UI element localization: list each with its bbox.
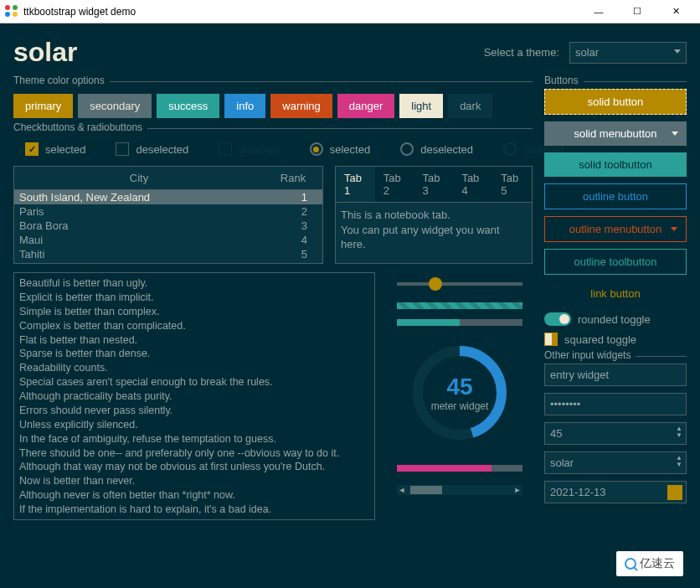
- dark-button[interactable]: dark: [448, 94, 492, 118]
- watermark: 亿速云: [616, 551, 683, 576]
- tree-row[interactable]: Maui4: [14, 233, 322, 247]
- arrow-down-icon[interactable]: ▼: [676, 432, 682, 439]
- radio-selected-label: selected: [330, 143, 370, 156]
- theme-combobox-value: solar: [575, 46, 599, 59]
- tab-1[interactable]: Tab 1: [336, 167, 375, 202]
- link-button[interactable]: link button: [544, 281, 687, 306]
- maximize-button[interactable]: ☐: [618, 0, 656, 23]
- solid-menubutton[interactable]: solid menubutton: [544, 121, 687, 146]
- meter-value: 45: [446, 374, 472, 400]
- rounded-toggle-label: rounded toggle: [578, 313, 651, 326]
- combobox-input[interactable]: solar▲▼: [544, 451, 687, 474]
- info-button[interactable]: info: [224, 94, 265, 118]
- progressbar: [397, 319, 522, 326]
- outline-menubutton[interactable]: outline menubutton: [544, 216, 687, 242]
- squared-toggle-label: squared toggle: [564, 333, 636, 346]
- color-options-label: Theme color options: [13, 75, 110, 86]
- app-icon: [5, 5, 18, 18]
- tree-row[interactable]: South Island, New Zealand1: [14, 190, 322, 204]
- titlebar: ttkbootstrap widget demo — ☐ ✕: [0, 0, 700, 23]
- slider-thumb-icon[interactable]: [429, 277, 442, 291]
- radio-disabled: [503, 142, 517, 156]
- light-button[interactable]: light: [399, 94, 443, 118]
- arrow-right-icon[interactable]: ►: [512, 485, 522, 495]
- date-entry[interactable]: 2021-12-13: [544, 481, 687, 503]
- logo-icon: [625, 558, 636, 570]
- meter-label: meter widget: [431, 400, 489, 412]
- tree-row[interactable]: Tahiti5: [14, 247, 322, 261]
- calendar-icon[interactable]: [667, 485, 682, 500]
- progressbar-striped: [397, 302, 522, 309]
- outline-toolbutton[interactable]: outline toolbutton: [544, 249, 687, 275]
- rounded-toggle[interactable]: [544, 312, 571, 326]
- danger-button[interactable]: danger: [337, 94, 394, 118]
- success-button[interactable]: success: [157, 94, 219, 118]
- window-title: ttkbootstrap widget demo: [23, 6, 136, 18]
- buttons-group-label: Buttons: [544, 75, 584, 86]
- radio-deselected-label: deselected: [420, 143, 473, 156]
- arrow-down-icon[interactable]: ▼: [676, 462, 682, 468]
- progressbar-danger: [397, 465, 522, 472]
- scrollbar-thumb[interactable]: [410, 486, 442, 494]
- outline-button[interactable]: outline button: [544, 183, 687, 209]
- theme-combobox[interactable]: solar: [569, 42, 687, 64]
- solid-button[interactable]: solid button: [544, 89, 687, 115]
- checkbox-disabled: [219, 142, 232, 156]
- tree-row[interactable]: Paris2: [14, 204, 322, 219]
- checkbuttons-label: Checkbuttons & radiobuttons: [13, 121, 147, 133]
- checkbox-deselected-label: deselected: [136, 143, 188, 156]
- theme-heading: solar: [13, 37, 77, 68]
- tab-3[interactable]: Tab 3: [414, 167, 454, 202]
- squared-toggle[interactable]: [544, 333, 558, 346]
- spinbox[interactable]: 45▲▼: [544, 422, 687, 445]
- checkbox-disabled-label: disabled: [239, 143, 279, 156]
- inputs-group-label: Other input widgets: [544, 349, 636, 361]
- warning-button[interactable]: warning: [270, 94, 332, 118]
- select-theme-label: Select a theme:: [484, 46, 559, 59]
- tree-header-rank[interactable]: Rank: [264, 167, 322, 189]
- solid-toolbutton[interactable]: solid toolbutton: [544, 152, 687, 177]
- arrow-left-icon[interactable]: ◄: [397, 485, 407, 495]
- tab-4[interactable]: Tab 4: [453, 167, 492, 202]
- checkbox-selected[interactable]: ✓: [25, 142, 39, 156]
- text-widget[interactable]: Beautiful is better than ugly.Explicit i…: [13, 272, 375, 520]
- scale-slider[interactable]: [397, 276, 522, 292]
- scrollbar[interactable]: ◄►: [397, 485, 522, 495]
- tree-row[interactable]: Bora Bora3: [14, 219, 322, 233]
- chevron-down-icon: [674, 49, 681, 54]
- radio-selected[interactable]: [310, 142, 323, 156]
- chevron-down-icon: [672, 132, 678, 136]
- radio-deselected[interactable]: [400, 142, 414, 156]
- notebook: Tab 1 Tab 2 Tab 3 Tab 4 Tab 5 This is a …: [335, 166, 533, 264]
- checkbox-selected-label: selected: [45, 143, 85, 156]
- entry-widget[interactable]: entry widget: [544, 364, 687, 386]
- tree-header-city[interactable]: City: [14, 167, 264, 189]
- minimize-button[interactable]: —: [579, 0, 618, 23]
- close-button[interactable]: ✕: [656, 0, 695, 23]
- tab-5[interactable]: Tab 5: [492, 167, 532, 202]
- password-entry[interactable]: ••••••••: [544, 393, 687, 415]
- meter-widget[interactable]: 45meter widget: [409, 343, 510, 443]
- secondary-button[interactable]: secondary: [78, 94, 152, 118]
- tab-content: This is a notebook tab. You can put any …: [336, 203, 532, 263]
- treeview[interactable]: City Rank South Island, New Zealand1 Par…: [13, 166, 323, 264]
- chevron-down-icon: [671, 227, 677, 231]
- primary-button[interactable]: primary: [13, 94, 73, 118]
- tab-2[interactable]: Tab 2: [375, 167, 414, 202]
- checkbox-deselected[interactable]: [116, 142, 129, 156]
